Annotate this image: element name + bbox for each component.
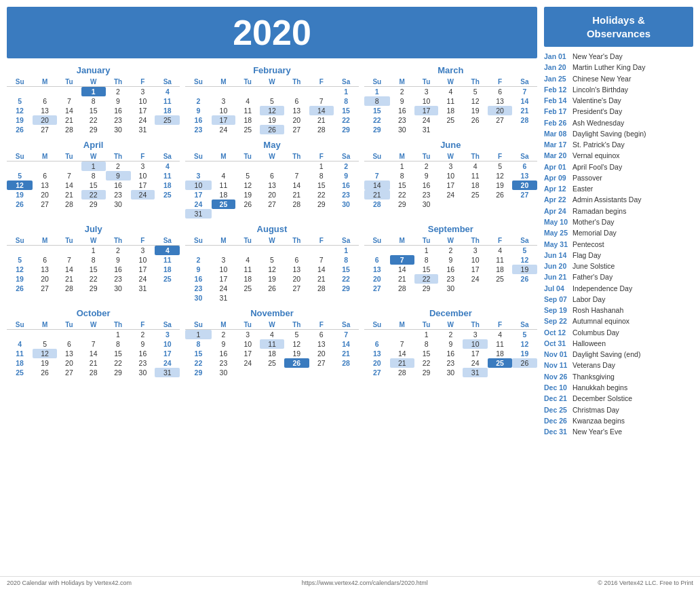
calendar-day: 25 <box>488 358 512 368</box>
holiday-item: Dec 31New Year's Eve <box>544 426 693 437</box>
calendar-day: 9 <box>131 339 155 349</box>
calendar-day: 7 <box>334 330 359 340</box>
day-header: Su <box>364 320 390 330</box>
day-header: Su <box>7 152 33 162</box>
calendar-day: 30 <box>185 293 211 303</box>
calendar-day <box>185 162 211 172</box>
day-header: Sa <box>512 320 537 330</box>
calendar-day <box>463 200 488 209</box>
holiday-date: Oct 12 <box>544 327 570 338</box>
holiday-name: Flag Day <box>572 250 601 261</box>
calendar-day <box>7 246 33 256</box>
calendar-day: 19 <box>512 265 537 274</box>
calendar-day: 30 <box>438 284 463 293</box>
calendar-day: 27 <box>512 190 537 200</box>
calendar-day: 13 <box>309 339 334 349</box>
day-header: Tu <box>414 77 439 87</box>
calendar-day: 11 <box>7 349 33 358</box>
day-header: F <box>131 77 155 87</box>
holiday-date: May 10 <box>544 216 570 227</box>
holiday-item: Oct 31Halloween <box>544 338 693 349</box>
calendar-day: 10 <box>131 255 155 265</box>
calendar-day: 29 <box>334 125 359 134</box>
calendar-day: 4 <box>438 87 463 97</box>
day-header: Th <box>106 236 131 246</box>
holiday-list: Jan 01New Year's DayJan 20Martin Luther … <box>544 51 693 437</box>
calendar-day: 1 <box>309 162 334 172</box>
calendar-day: 16 <box>438 349 463 358</box>
calendar-day: 20 <box>57 358 81 368</box>
holiday-name: Valentine's Day <box>572 95 621 106</box>
day-header: F <box>488 77 512 87</box>
calendar-day: 17 <box>438 180 463 190</box>
day-header: Su <box>364 77 390 87</box>
footer-right: © 2016 Vertex42 LLC. Free to Print <box>598 580 693 586</box>
day-header: Su <box>185 320 211 330</box>
holiday-date: Oct 31 <box>544 338 570 349</box>
day-header: M <box>212 152 236 162</box>
calendar-day: 19 <box>463 106 488 115</box>
holiday-name: June Solstice <box>572 261 615 271</box>
calendar-day <box>463 125 488 134</box>
holiday-item: Nov 01Daylight Saving (end) <box>544 349 693 360</box>
calendar-day: 29 <box>364 125 390 134</box>
calendar-day: 10 <box>185 180 211 190</box>
calendar-day: 8 <box>81 171 106 180</box>
calendar-day: 7 <box>57 171 81 180</box>
calendar-day: 13 <box>33 265 57 274</box>
calendar-day: 8 <box>185 339 211 349</box>
day-header: M <box>390 236 414 246</box>
day-header: Tu <box>57 320 81 330</box>
calendar-section: 2020 JanuarySuMTuWThFSa12345678910111213… <box>7 7 537 569</box>
holiday-name: Father's Day <box>572 271 612 282</box>
calendar-day: 20 <box>488 106 512 115</box>
calendar-day: 5 <box>488 162 512 172</box>
calendar-day: 7 <box>364 171 390 180</box>
calendar-day: 31 <box>155 368 180 377</box>
calendar-day: 4 <box>488 246 512 256</box>
holiday-date: Dec 10 <box>544 382 570 393</box>
calendar-day <box>212 246 236 256</box>
calendar-day: 6 <box>33 171 57 180</box>
calendar-day: 18 <box>260 349 284 358</box>
calendar-day: 15 <box>414 265 439 274</box>
calendar-day: 19 <box>284 349 309 358</box>
calendar-day: 16 <box>212 349 236 358</box>
calendar-day: 21 <box>57 190 81 200</box>
month-february: FebruarySuMTuWThFSa123456789101112131415… <box>185 65 358 134</box>
calendar-day <box>488 125 512 134</box>
calendar-day: 6 <box>364 255 390 265</box>
calendar-day <box>284 368 309 377</box>
holiday-item: Jan 01New Year's Day <box>544 51 693 62</box>
calendar-day: 13 <box>284 265 309 274</box>
calendar-day: 6 <box>364 339 390 349</box>
holiday-name: Autumnal equinox <box>572 316 629 326</box>
calendar-day: 1 <box>364 87 390 97</box>
calendar-day: 4 <box>235 96 260 106</box>
calendar-day: 3 <box>155 330 180 340</box>
day-header: Th <box>463 236 488 246</box>
holiday-name: Halloween <box>572 338 606 349</box>
day-header: Tu <box>235 320 260 330</box>
calendar-day: 12 <box>33 349 57 358</box>
calendar-day: 9 <box>106 255 131 265</box>
calendar-day <box>488 284 512 293</box>
calendar-day: 23 <box>185 125 211 134</box>
calendar-day: 12 <box>7 180 33 190</box>
calendar-day: 3 <box>212 255 236 265</box>
calendar-day <box>364 162 390 172</box>
calendar-day: 2 <box>106 246 131 256</box>
calendar-day: 27 <box>364 284 390 293</box>
calendar-day: 7 <box>57 255 81 265</box>
holiday-item: Oct 12Columbus Day <box>544 327 693 338</box>
day-header: Tu <box>235 236 260 246</box>
holiday-item: Sep 22Autumnal equinox <box>544 316 693 326</box>
calendar-day: 19 <box>235 190 260 200</box>
calendar-day: 21 <box>309 115 334 125</box>
calendar-day: 23 <box>414 190 439 200</box>
calendar-day: 25 <box>155 190 180 200</box>
day-header: W <box>260 77 284 87</box>
calendar-day: 23 <box>438 358 463 368</box>
holiday-item: Jun 14Flag Day <box>544 250 693 261</box>
calendar-day: 18 <box>438 106 463 115</box>
